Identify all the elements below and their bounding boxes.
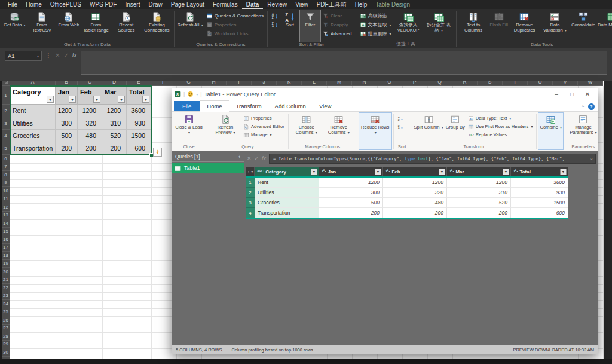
row-header-27[interactable]: 27: [2, 325, 10, 333]
row-header-5[interactable]: 5: [2, 142, 10, 155]
collapse-pane-icon[interactable]: ‹: [238, 154, 240, 160]
pq-tab-home[interactable]: Home: [200, 100, 229, 112]
row-header-20[interactable]: 20: [2, 268, 10, 276]
row-header-4[interactable]: 4: [2, 130, 10, 142]
menu-tab-insert[interactable]: Insert: [121, 0, 144, 9]
chevron-down-icon[interactable]: ▾: [196, 92, 198, 96]
row-header-9[interactable]: 9: [2, 179, 10, 188]
vlookup-button[interactable]: 查找录入 VLOOKUP: [393, 10, 424, 41]
pq-formula-input[interactable]: = Table.TransformColumnTypes(Source,{{"C…: [269, 154, 596, 164]
item-button[interactable]: A文本提取▾: [358, 20, 393, 29]
pq-cell-r3-c2[interactable]: 500: [319, 198, 383, 208]
filter-dropdown-button[interactable]: ▾: [375, 169, 381, 175]
data-type-text-button[interactable]: AaData Type: Text▾: [466, 114, 535, 122]
filter-dropdown-button[interactable]: ▾: [93, 96, 100, 103]
menu-tab-table-design[interactable]: Table Design: [371, 0, 414, 9]
cell-E5[interactable]: 600: [127, 142, 151, 155]
advanced-editor-button[interactable]: Advanced Editor: [241, 123, 286, 130]
combine-button[interactable]: Combine ▾: [538, 113, 563, 149]
cell-B5[interactable]: 200: [56, 142, 78, 155]
pq-data-grid[interactable]: ▾ABCCategory▾1²₃Jan▾1²₃Feb▾1²₃Mar▾1²₃Tot…: [246, 167, 598, 219]
maximize-button[interactable]: □: [564, 91, 580, 97]
refresh-preview-button[interactable]: Refresh Preview ▾: [209, 113, 241, 144]
cell-C2[interactable]: 1200: [78, 105, 102, 117]
from-web-button[interactable]: From Web: [57, 10, 81, 42]
item-button[interactable]: ZA: [396, 123, 405, 130]
workbook-links-button[interactable]: Workbook Links: [204, 29, 265, 38]
close-button[interactable]: ✕: [580, 91, 595, 97]
advanced-button[interactable]: Advanced: [320, 29, 354, 38]
pq-cell-r2-c3[interactable]: 320: [383, 188, 447, 198]
cell-C5[interactable]: 200: [78, 142, 102, 155]
filter-dropdown-button[interactable]: ▾: [47, 96, 54, 103]
cell-D3[interactable]: 310: [102, 117, 127, 130]
cell-D4[interactable]: 520: [102, 130, 127, 142]
pq-tab-view[interactable]: View: [313, 101, 338, 111]
pq-row-number[interactable]: 2: [246, 188, 255, 198]
sort-button[interactable]: ZASort: [280, 10, 300, 42]
queries-connections-button[interactable]: Queries & Connections: [204, 11, 265, 20]
menu-tab-wps-pdf[interactable]: WPS PDF: [85, 0, 121, 9]
pq-tab-transform[interactable]: Transform: [230, 101, 268, 111]
pq-grid-corner-menu[interactable]: ▾: [246, 167, 255, 176]
cell-D2[interactable]: 1200: [102, 105, 127, 117]
row-header-11[interactable]: 11: [2, 195, 10, 204]
reapply-button[interactable]: Reapply: [320, 20, 354, 29]
data-model-button[interactable]: Data Model ▾: [596, 10, 612, 42]
pq-cell-r2-c2[interactable]: 300: [319, 188, 383, 198]
pq-tab-file[interactable]: File: [174, 101, 200, 111]
pq-column-header-feb[interactable]: 1²₃Feb▾: [383, 167, 447, 176]
cell-E3[interactable]: 930: [127, 117, 151, 130]
table-header-category[interactable]: Category▾: [10, 86, 56, 105]
cell-B3[interactable]: 300: [56, 117, 78, 130]
row-header-8[interactable]: 8: [2, 171, 10, 179]
pq-column-header-category[interactable]: ABCCategory▾: [255, 167, 319, 176]
pq-cell-r4-c5[interactable]: 600: [511, 208, 568, 218]
expand-formula-icon[interactable]: ⌄: [590, 156, 593, 161]
recent-sources-button[interactable]: Recent Sources: [111, 10, 142, 42]
properties-button[interactable]: Properties: [204, 20, 265, 29]
row-header-6[interactable]: 6: [2, 155, 10, 163]
status-profiling[interactable]: Column profiling based on top 1000 rows: [232, 347, 313, 353]
pq-cell-r3-c4[interactable]: 520: [447, 198, 511, 208]
row-header-15[interactable]: 15: [2, 228, 10, 236]
help-icon[interactable]: ?: [588, 103, 595, 110]
pq-column-header-jan[interactable]: 1²₃Jan▾: [319, 167, 383, 176]
get-data-button[interactable]: Get Data ▾: [2, 10, 27, 42]
pq-cell-r2-c1[interactable]: Utilities: [255, 188, 319, 198]
cell-E4[interactable]: 1500: [127, 130, 151, 142]
cell-A5[interactable]: Transportation: [10, 142, 56, 155]
row-header-25[interactable]: 25: [2, 308, 10, 317]
smiley-feedback-icon[interactable]: [187, 91, 194, 97]
item-button[interactable]: 高级筛选: [358, 11, 393, 20]
cell-E2[interactable]: 3600: [127, 105, 151, 117]
row-header-21[interactable]: 21: [2, 276, 10, 285]
menu-tab-help[interactable]: Help: [351, 0, 372, 9]
table-header-feb[interactable]: Feb▾: [78, 86, 102, 105]
row-header-16[interactable]: 16: [2, 235, 10, 244]
filter-dropdown-button[interactable]: ▾: [311, 169, 317, 175]
close-load-button[interactable]: Close & Load ▾: [173, 113, 205, 144]
manage-button[interactable]: Manage▾: [241, 131, 286, 139]
flash-fill-button[interactable]: Flash Fill: [489, 10, 509, 42]
row-header-7[interactable]: 7: [2, 163, 10, 172]
cell-C3[interactable]: 320: [78, 117, 102, 130]
cell-A3[interactable]: Utilities: [10, 117, 56, 130]
pq-cell-r1-c5[interactable]: 3600: [511, 178, 568, 188]
pq-column-header-total[interactable]: 1²₃Total▾: [511, 167, 568, 176]
pq-cell-r2-c5[interactable]: 930: [511, 188, 568, 198]
table-header-mar[interactable]: Mar▾: [102, 86, 127, 105]
consolidate-button[interactable]: Consolidate: [570, 10, 596, 42]
from-text-csv-button[interactable]: From Text/CSV: [27, 10, 57, 42]
pq-row-number[interactable]: 3: [246, 198, 255, 208]
item-button[interactable]: 拆分合并 表格 ▾: [424, 10, 454, 41]
pq-cell-r4-c3[interactable]: 200: [383, 208, 447, 218]
row-header-12[interactable]: 12: [2, 203, 10, 212]
pq-column-header-mar[interactable]: 1²₃Mar▾: [447, 167, 511, 176]
cell-A4[interactable]: Groceries: [10, 130, 56, 142]
row-header-30[interactable]: 30: [2, 348, 10, 357]
cell-C4[interactable]: 480: [78, 130, 102, 142]
remove-columns-button[interactable]: Remove Columns ▾: [323, 113, 355, 144]
filter-dropdown-button[interactable]: ▾: [560, 169, 567, 175]
item-button[interactable]: 批量删除▾: [358, 29, 393, 38]
